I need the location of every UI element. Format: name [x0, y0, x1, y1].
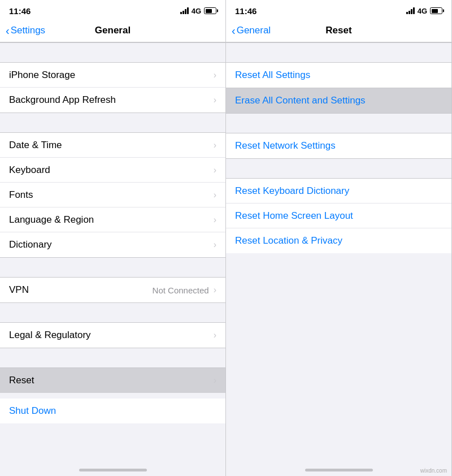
separator-2-left: [0, 112, 225, 133]
back-chevron-left: ‹: [6, 25, 10, 36]
list-item[interactable]: Fonts ›: [0, 183, 225, 207]
time-right: 11:46: [235, 6, 257, 16]
reset-group-4: Reset Keyboard Dictionary Reset Home Scr…: [226, 179, 451, 253]
time-left: 11:46: [9, 6, 31, 16]
status-icons-right: 4G: [406, 7, 442, 15]
item-label: Fonts: [9, 189, 33, 201]
separator-2-right: [226, 113, 451, 133]
reset-keyboard-dictionary-button[interactable]: Reset Keyboard Dictionary: [226, 179, 451, 204]
chevron-icon: ›: [214, 215, 216, 225]
reset-item-label: Erase All Content and Settings: [235, 95, 366, 106]
list-group-reset: Reset ›: [0, 368, 225, 393]
separator-4-left: [0, 302, 225, 323]
list-group-shutdown: Shut Down: [0, 399, 225, 423]
signal-icon-left: [180, 7, 189, 14]
separator-3-left: [0, 257, 225, 278]
item-label: Dictionary: [9, 239, 52, 250]
list-group-3-left: VPN Not Connected ›: [0, 278, 225, 302]
signal-icon-right: [406, 7, 415, 14]
reset-item-label: Reset Network Settings: [235, 140, 336, 152]
list-item[interactable]: Date & Time ›: [0, 133, 225, 158]
item-label: VPN: [9, 284, 29, 296]
reset-item-label: Reset All Settings: [235, 70, 310, 81]
status-bar-left: 11:46 4G: [0, 0, 225, 20]
list-item[interactable]: iPhone Storage ›: [0, 63, 225, 88]
chevron-icon: ›: [214, 240, 216, 250]
reset-item-label: Reset Home Screen Layout: [235, 210, 353, 222]
back-button-left[interactable]: ‹ Settings: [6, 25, 45, 36]
back-button-right[interactable]: ‹ General: [232, 25, 271, 36]
item-value: Not Connected: [153, 285, 209, 295]
shutdown-button[interactable]: Shut Down: [0, 399, 225, 423]
item-label: Background App Refresh: [9, 94, 116, 106]
chevron-icon: ›: [214, 190, 216, 200]
battery-icon-right: [430, 7, 442, 14]
back-chevron-right: ‹: [232, 25, 236, 36]
chevron-icon: ›: [214, 95, 216, 105]
item-label: Legal & Regulatory: [9, 330, 91, 341]
item-right: ›: [214, 70, 216, 80]
item-label: Date & Time: [9, 140, 62, 151]
reset-location-privacy-button[interactable]: Reset Location & Privacy: [226, 228, 451, 253]
back-label-left: Settings: [11, 25, 45, 36]
chevron-icon: ›: [214, 330, 216, 340]
network-label-left: 4G: [192, 7, 201, 15]
home-indicator-left: [79, 469, 147, 471]
item-label: Reset: [9, 375, 34, 386]
reset-group-2: Erase All Content and Settings: [226, 88, 451, 113]
item-label: Language & Region: [9, 214, 94, 226]
erase-all-content-button[interactable]: Erase All Content and Settings: [226, 88, 451, 113]
reset-all-settings-button[interactable]: Reset All Settings: [226, 63, 451, 88]
chevron-icon: ›: [214, 375, 216, 386]
network-label-right: 4G: [418, 7, 427, 15]
chevron-icon: ›: [214, 70, 216, 80]
home-indicator-right: [305, 469, 373, 471]
watermark: wixdn.com: [420, 468, 447, 474]
page-title-right: Reset: [325, 25, 351, 36]
shutdown-label: Shut Down: [9, 405, 56, 417]
battery-icon-left: [204, 7, 216, 14]
status-bar-right: 11:46 4G: [226, 0, 451, 20]
nav-bar-right: ‹ General Reset: [226, 20, 451, 42]
reset-group-1: Reset All Settings: [226, 63, 451, 88]
item-right: Not Connected ›: [153, 285, 216, 295]
list-item-vpn[interactable]: VPN Not Connected ›: [0, 278, 225, 302]
nav-bar-left: ‹ Settings General: [0, 20, 225, 42]
separator-top-left: [0, 42, 225, 63]
empty-area-right: [226, 253, 451, 476]
chevron-icon: ›: [214, 285, 216, 295]
reset-item-label: Reset Location & Privacy: [235, 235, 342, 246]
reset-network-settings-button[interactable]: Reset Network Settings: [226, 133, 451, 158]
list-group-2-left: Date & Time › Keyboard › Fonts › Languag…: [0, 133, 225, 257]
chevron-icon: ›: [214, 140, 216, 150]
separator-6-left: [0, 393, 225, 399]
item-label: iPhone Storage: [9, 70, 75, 81]
list-item[interactable]: Language & Region ›: [0, 207, 225, 232]
chevron-icon: ›: [214, 165, 216, 175]
separator-3-right: [226, 158, 451, 179]
list-item-legal[interactable]: Legal & Regulatory ›: [0, 323, 225, 348]
right-panel: 11:46 4G ‹ General Reset Reset All Setti…: [226, 0, 452, 476]
separator-5-left: [0, 348, 225, 368]
list-item-dictionary[interactable]: Dictionary ›: [0, 232, 225, 257]
list-item[interactable]: Background App Refresh ›: [0, 88, 225, 112]
left-panel: 11:46 4G ‹ Settings General iPhone Stora…: [0, 0, 226, 476]
item-label: Keyboard: [9, 165, 50, 176]
list-group-1-left: iPhone Storage › Background App Refresh …: [0, 63, 225, 112]
back-label-right: General: [237, 25, 271, 36]
list-item[interactable]: Keyboard ›: [0, 158, 225, 183]
list-group-4-left: Legal & Regulatory ›: [0, 323, 225, 348]
list-item-reset[interactable]: Reset ›: [0, 368, 225, 393]
reset-item-label: Reset Keyboard Dictionary: [235, 185, 349, 197]
item-right: ›: [214, 95, 216, 105]
reset-home-screen-layout-button[interactable]: Reset Home Screen Layout: [226, 204, 451, 228]
separator-top-right: [226, 42, 451, 63]
reset-group-3: Reset Network Settings: [226, 133, 451, 158]
page-title-left: General: [95, 25, 131, 36]
status-icons-left: 4G: [180, 7, 216, 15]
